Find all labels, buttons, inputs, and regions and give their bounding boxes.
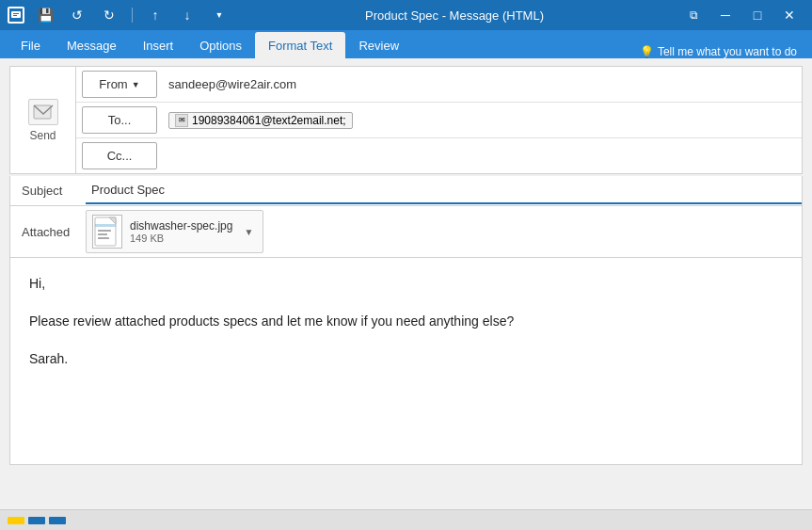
from-caret: ▼	[132, 80, 140, 89]
from-label: From	[99, 77, 127, 91]
title-bar: 💾 ↺ ↻ ↑ ↓ ▼ Product Spec - Message (HTML…	[0, 0, 812, 30]
status-bar	[0, 509, 812, 530]
svg-rect-3	[13, 15, 17, 16]
svg-rect-2	[13, 13, 19, 14]
move-up-btn[interactable]: ↑	[144, 4, 167, 26]
from-button[interactable]: From ▼	[82, 71, 157, 98]
tab-options[interactable]: Options	[186, 32, 255, 58]
move-down-btn[interactable]: ↓	[176, 4, 199, 26]
maximize-btn[interactable]: □	[742, 0, 772, 30]
save-quick-btn[interactable]: 💾	[34, 4, 56, 26]
svg-rect-7	[98, 230, 111, 232]
subject-area: Subject	[9, 176, 803, 206]
body-line3: Sarah.	[29, 348, 783, 371]
app-icon	[8, 7, 24, 24]
message-body[interactable]: Hi, Please review attached products spec…	[9, 258, 803, 465]
subject-label: Subject	[10, 176, 86, 205]
attachment-chip[interactable]: dishwasher-spec.jpg 149 KB ▼	[86, 210, 263, 253]
status-indicator-blue2	[49, 517, 66, 524]
attached-label: Attached	[10, 217, 86, 247]
cc-input[interactable]	[163, 145, 802, 167]
qa-dropdown-btn[interactable]: ▼	[208, 4, 231, 26]
status-indicator-yellow	[8, 517, 24, 524]
attachment-file-icon	[92, 215, 122, 249]
tab-insert[interactable]: Insert	[130, 32, 187, 58]
from-value: sandeep@wire2air.com	[163, 73, 802, 95]
recipient-address: 19089384061@text2email.net;	[192, 114, 346, 127]
svg-rect-10	[95, 224, 116, 227]
restore-window-btn[interactable]: ⧉	[678, 0, 709, 30]
send-icon	[28, 99, 58, 125]
status-indicator-blue1	[28, 517, 45, 524]
attachment-info: dishwasher-spec.jpg 149 KB	[130, 219, 232, 244]
header-row: Send From ▼ sandeep@wire2air.com To... ✉…	[9, 66, 803, 174]
send-label: Send	[29, 129, 56, 142]
ribbon-tabs: File Message Insert Options Format Text …	[0, 30, 812, 58]
to-recipients: ✉ 19089384061@text2email.net;	[163, 108, 802, 133]
to-row: To... ✉ 19089384061@text2email.net;	[76, 103, 802, 138]
body-line1: Hi,	[29, 273, 783, 296]
qa-separator	[132, 8, 133, 23]
title-bar-left: 💾 ↺ ↻ ↑ ↓ ▼	[8, 4, 231, 26]
recipient-tag[interactable]: ✉ 19089384061@text2email.net;	[168, 112, 353, 129]
subject-input[interactable]	[86, 177, 802, 204]
window-title: Product Spec - Message (HTML)	[231, 8, 678, 23]
status-indicators	[8, 517, 66, 524]
svg-rect-1	[11, 11, 21, 18]
close-btn[interactable]: ✕	[774, 0, 804, 30]
attachment-area: Attached dishwasher-spec.jpg 149 KB ▼	[9, 206, 803, 258]
help-icon: 💡	[640, 45, 654, 58]
to-button[interactable]: To...	[82, 106, 157, 134]
body-line2: Please review attached products specs an…	[29, 311, 783, 333]
tab-review[interactable]: Review	[345, 32, 412, 58]
form-fields: From ▼ sandeep@wire2air.com To... ✉ 1908…	[76, 67, 802, 173]
cc-row: Cc...	[76, 138, 802, 173]
attachment-dropdown-icon[interactable]: ▼	[240, 227, 257, 237]
help-text: Tell me what you want to do	[658, 45, 797, 58]
from-row: From ▼ sandeep@wire2air.com	[76, 67, 802, 103]
svg-rect-8	[98, 233, 107, 235]
undo-btn[interactable]: ↺	[66, 4, 88, 26]
cc-button[interactable]: Cc...	[82, 142, 157, 169]
tab-file[interactable]: File	[8, 32, 54, 58]
redo-btn[interactable]: ↻	[98, 4, 120, 26]
attachment-filename: dishwasher-spec.jpg	[130, 219, 232, 233]
compose-area: Send From ▼ sandeep@wire2air.com To... ✉…	[0, 58, 812, 473]
svg-rect-9	[98, 237, 109, 239]
tab-message[interactable]: Message	[54, 32, 130, 58]
minimize-btn[interactable]: ─	[710, 0, 740, 30]
send-button[interactable]: Send	[28, 99, 58, 142]
send-button-area: Send	[10, 67, 76, 173]
help-area[interactable]: 💡 Tell me what you want to do	[632, 45, 804, 58]
tab-format-text[interactable]: Format Text	[255, 32, 345, 58]
window-controls: ⧉ ─ □ ✕	[678, 0, 804, 30]
attachment-filesize: 149 KB	[130, 233, 232, 244]
recipient-tag-icon: ✉	[175, 114, 188, 127]
